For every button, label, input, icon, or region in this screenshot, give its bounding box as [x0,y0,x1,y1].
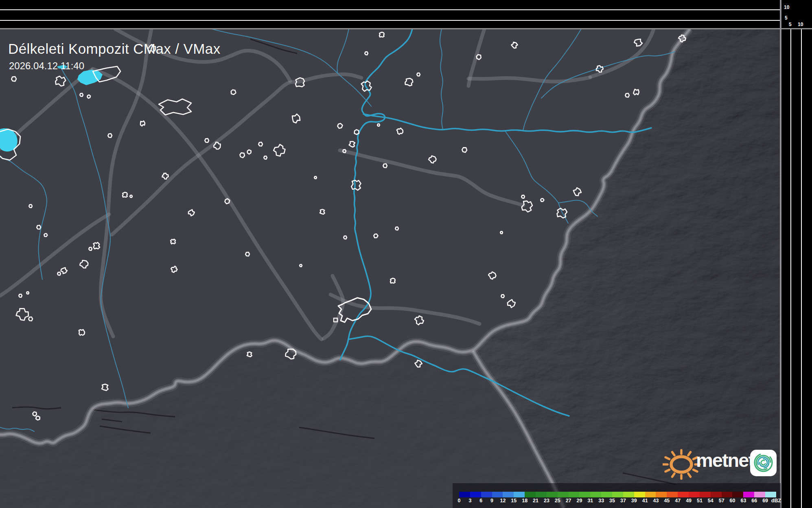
colorbar-tick-label: 29 [577,498,582,504]
ruler-axis-vertical [780,0,781,508]
ruler-gridline-h10 [0,9,780,10]
colorbar-segment [732,492,743,497]
colorbar-tick-label: 39 [631,498,637,504]
colorbar-segment [634,492,645,497]
colorbar-segment [623,492,634,497]
colorbar-tick-label: 35 [609,498,615,504]
colorbar-tick-label: 51 [697,498,703,504]
colorbar-segment [569,492,580,497]
metnet-app-icon [750,450,777,476]
colorbar-segment [579,492,590,497]
colorbar-tick-label: 12 [500,498,506,504]
colorbar-segment [765,492,776,497]
colorbar-tick-label: 18 [522,498,527,504]
radar-viewer: 10 5 5 10 Délkeleti Kompozit CMax / VMax… [0,0,812,508]
ruler-tick-label-h10: 10 [798,22,803,27]
colorbar-tick-label: 69 [762,498,768,504]
ruler-gridline-v5 [790,29,791,508]
colorbar-tick-label: 6 [479,498,482,504]
colorbar-unit-label: dBZ [771,498,781,504]
colorbar-tick-label: 15 [511,498,517,504]
ruler-tick-label-v10: 10 [784,5,789,10]
ruler-tick-label-v5: 5 [785,15,788,20]
colorbar-segment [481,492,492,497]
colorbar-tick-label: 23 [544,498,549,504]
colorbar-segment [536,492,547,497]
colorbar-segment [678,492,689,497]
map-timestamp: 2026.04.12 11:40 [9,60,84,72]
colorbar-tick-label: 9 [490,498,493,504]
colorbar-tick-label: 66 [751,498,757,504]
colorbar-segment [743,492,754,497]
colorbar-tick-label: 21 [533,498,538,504]
colorbar-segment [558,492,569,497]
colorbar-segment [492,492,503,497]
colorbar-segment [503,492,514,497]
ruler-gridline-v10 [801,29,802,508]
reflectivity-colorbar: 0369121518212325272931333537394143454749… [453,483,781,508]
colorbar-segment [470,492,481,497]
colorbar-tick-label: 54 [708,498,714,504]
colorbar-segment [754,492,765,497]
colorbar-tick-label: 45 [664,498,670,504]
colorbar-tick-label: 27 [566,498,571,504]
colorbar-segment [514,492,525,497]
colorbar-tick-label: 3 [468,498,471,504]
colorbar-tick-label: 63 [740,498,746,504]
colorbar-tick-label: 41 [642,498,648,504]
colorbar-segment [711,492,722,497]
colorbar-gradient [459,492,776,497]
ruler-tick-label-h5: 5 [789,22,792,27]
ruler-gridline-h5 [0,20,780,21]
colorbar-segment [689,492,700,497]
colorbar-segment [547,492,558,497]
metnet-logo: metnet [663,441,781,484]
colorbar-segment [590,492,601,497]
colorbar-segment [656,492,667,497]
colorbar-segment [667,492,678,497]
colorbar-tick-label: 49 [686,498,692,504]
colorbar-tick-label: 47 [675,498,681,504]
colorbar-tick-label: 33 [598,498,604,504]
colorbar-tick-label: 0 [458,498,461,504]
colorbar-tick-label: 25 [555,498,560,504]
colorbar-tick-label: 31 [587,498,593,504]
colorbar-segment [525,492,536,497]
radar-map-canvas [0,29,780,508]
colorbar-segment [722,492,733,497]
colorbar-tick-label: 60 [730,498,735,504]
colorbar-tick-label: 43 [653,498,659,504]
colorbar-tick-label: 57 [719,498,724,504]
colorbar-tick-label: 37 [620,498,626,504]
colorbar-segment [612,492,623,497]
logo-brand-text: metnet [696,449,754,471]
page-title: Délkeleti Kompozit CMax / VMax [8,41,221,57]
colorbar-segment [645,492,656,497]
spiral-icon [750,450,777,476]
ruler-axis-horizontal [0,28,812,29]
colorbar-segment [601,492,612,497]
colorbar-segment [459,492,470,497]
colorbar-segment [700,492,711,497]
